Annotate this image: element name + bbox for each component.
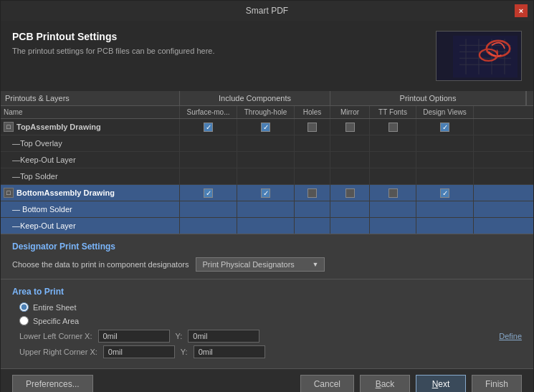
col-header-name: Name <box>1 106 180 118</box>
cell-surface[interactable] <box>180 119 237 135</box>
cell-ttfonts[interactable] <box>370 185 416 201</box>
col-header-through: Through-hole <box>237 106 295 118</box>
cell-mirror <box>330 201 370 217</box>
cancel-button[interactable]: Cancel <box>300 375 354 392</box>
cell-designviews-checkbox[interactable] <box>440 188 449 198</box>
table-row[interactable]: □BottomAssembly Drawing <box>1 185 533 201</box>
dialog-window: Smart PDF × PCB Printout Settings The pr… <box>0 0 534 392</box>
cell-surface <box>180 201 237 217</box>
cell-surface <box>180 218 237 234</box>
cell-through-checkbox[interactable] <box>261 188 270 198</box>
cell-mirror-checkbox[interactable] <box>345 123 355 132</box>
upper-right-y-input[interactable] <box>194 345 265 358</box>
entire-sheet-label: Entire Sheet <box>33 303 77 312</box>
area-to-print-title: Area to Print <box>12 287 522 297</box>
finish-button[interactable]: Finish <box>472 375 522 392</box>
cell-name: —Top Solder <box>1 168 180 184</box>
specific-area-radio[interactable] <box>19 316 29 325</box>
dialog-title: Smart PDF <box>19 6 515 16</box>
cell-mirror <box>330 135 370 151</box>
layer-icon: □ <box>4 188 14 198</box>
specific-area-label: Specific Area <box>33 317 79 325</box>
col-header-mirror: Mirror <box>330 106 370 118</box>
preferences-button[interactable]: Preferences... <box>12 375 93 392</box>
table-column-headers: Name Surface-mo... Through-hole Holes Mi… <box>1 106 533 119</box>
cell-through <box>237 152 295 168</box>
close-button[interactable]: × <box>515 4 528 17</box>
cell-name: — Bottom Solder <box>1 201 180 217</box>
cell-ttfonts <box>370 201 416 217</box>
table-row[interactable]: —Top Solder <box>1 168 533 185</box>
svg-rect-0 <box>453 36 518 78</box>
define-button[interactable]: Define <box>499 332 522 340</box>
table-body: □TopAssembly Drawing—Top Overlay—Keep-Ou… <box>1 119 533 234</box>
header-description: The printout settings for PCB files can … <box>12 47 436 55</box>
cell-ttfonts[interactable] <box>370 119 416 135</box>
cell-name: —Top Overlay <box>1 135 180 151</box>
designator-settings-row: Choose the data to print in component de… <box>12 257 522 272</box>
header-text: PCB Printout Settings The printout setti… <box>12 31 436 55</box>
col-header-surface: Surface-mo... <box>180 106 237 118</box>
cell-through <box>237 135 295 151</box>
group-header-options: Printout Options <box>330 91 526 105</box>
next-button[interactable]: Next <box>416 375 466 392</box>
upper-right-x-input[interactable] <box>103 345 175 358</box>
footer-left: Preferences... <box>12 375 93 392</box>
cell-name: —Keep-Out Layer <box>1 218 180 234</box>
col-header-designviews: Design Views <box>416 106 474 118</box>
upper-right-row: Upper Right Corner X: Y: <box>19 345 522 358</box>
layer-icon: □ <box>4 122 14 132</box>
table-row[interactable]: □TopAssembly Drawing <box>1 119 533 135</box>
cell-holes[interactable] <box>295 185 330 201</box>
footer-right: Cancel Back Next Finish <box>300 375 522 392</box>
cell-ttfonts <box>370 135 416 151</box>
cell-through[interactable] <box>237 119 295 135</box>
header-title: PCB Printout Settings <box>12 31 436 42</box>
lower-left-label: Lower Left Corner X: <box>19 332 92 340</box>
lower-left-x-input[interactable] <box>98 330 170 343</box>
cell-mirror[interactable] <box>330 119 370 135</box>
cell-mirror-checkbox[interactable] <box>345 188 355 198</box>
lower-left-y-input[interactable] <box>188 330 259 343</box>
cell-surface-checkbox[interactable] <box>204 188 213 198</box>
cell-through[interactable] <box>237 185 295 201</box>
cell-surface[interactable] <box>180 185 237 201</box>
table-row[interactable]: —Keep-Out Layer <box>1 152 533 168</box>
group-header-printouts: Printouts & Layers <box>1 91 180 105</box>
designator-dropdown[interactable]: Print Physical Designators ▼ <box>196 257 325 272</box>
table-row[interactable]: — Bottom Solder <box>1 201 533 218</box>
cell-holes <box>295 218 330 234</box>
cell-designviews[interactable] <box>416 185 474 201</box>
cell-mirror <box>330 152 370 168</box>
cell-name: □TopAssembly Drawing <box>1 119 180 135</box>
cell-ttfonts-checkbox[interactable] <box>388 123 398 132</box>
cell-surface <box>180 168 237 184</box>
header-section: PCB Printout Settings The printout setti… <box>1 21 533 91</box>
cell-designviews <box>416 201 474 217</box>
cell-designviews[interactable] <box>416 119 474 135</box>
table-row[interactable]: —Top Overlay <box>1 135 533 152</box>
table-row[interactable]: —Keep-Out Layer <box>1 218 533 234</box>
lower-left-row: Lower Left Corner X: Y: Define <box>19 330 522 343</box>
cell-ttfonts-checkbox[interactable] <box>388 188 398 198</box>
cell-designviews-checkbox[interactable] <box>440 123 449 132</box>
cell-holes-checkbox[interactable] <box>307 188 317 198</box>
next-underline-n: Next <box>432 379 450 389</box>
cell-holes-checkbox[interactable] <box>307 123 317 132</box>
cell-surface-checkbox[interactable] <box>204 123 213 132</box>
back-button[interactable]: Back <box>360 375 410 392</box>
table-section: Printouts & Layers Include Components Pr… <box>1 91 533 234</box>
header-image <box>436 31 522 81</box>
cell-name: —Keep-Out Layer <box>1 152 180 168</box>
designator-settings-section: Designator Print Settings Choose the dat… <box>1 234 533 279</box>
cell-holes <box>295 201 330 217</box>
cell-mirror[interactable] <box>330 185 370 201</box>
designator-settings-label: Choose the data to print in component de… <box>12 260 189 269</box>
cell-through-checkbox[interactable] <box>261 123 270 132</box>
cell-holes[interactable] <box>295 119 330 135</box>
cell-through <box>237 168 295 184</box>
area-to-print-section: Area to Print Entire Sheet Specific Area… <box>1 279 533 368</box>
entire-sheet-radio[interactable] <box>19 302 29 312</box>
cell-ttfonts <box>370 152 416 168</box>
group-header-components: Include Components <box>180 91 330 105</box>
